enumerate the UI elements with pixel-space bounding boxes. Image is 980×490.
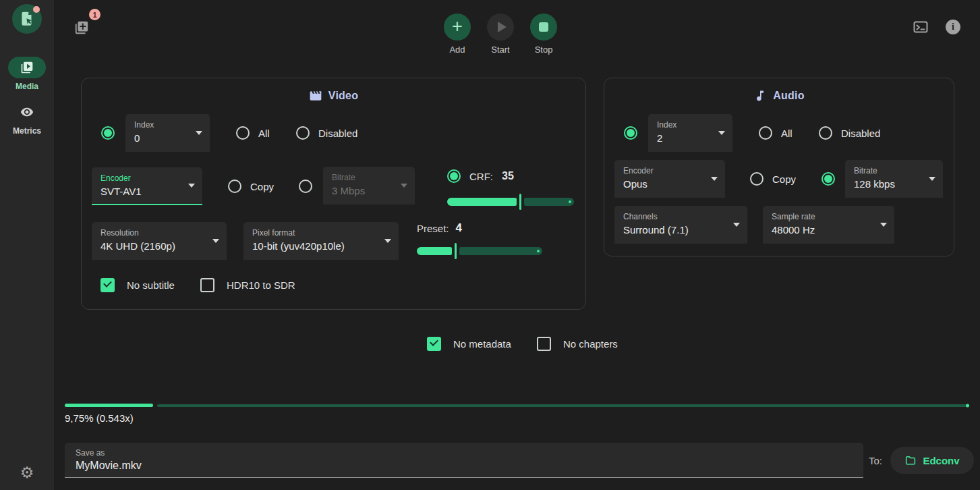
video-resolution-dropdown[interactable]: Resolution 4K UHD (2160p) — [92, 222, 227, 260]
radio-icon — [822, 172, 835, 186]
audio-sample-rate-dropdown[interactable]: Sample rate 48000 Hz — [763, 206, 894, 244]
add-button[interactable]: + Add — [436, 13, 479, 55]
crf-slider-track — [524, 198, 574, 206]
audio-bitrate-radio[interactable] — [822, 172, 835, 186]
radio-icon — [624, 126, 637, 140]
radio-icon — [228, 180, 241, 193]
movie-icon — [309, 89, 322, 103]
video-disabled-radio[interactable]: Disabled — [296, 126, 357, 140]
queue-files-button[interactable] — [74, 20, 89, 35]
save-as-value: MyMovie.mkv — [76, 460, 853, 472]
video-encoder-dropdown[interactable]: Encoder SVT-AV1 — [92, 167, 202, 205]
video-pixel-format-value: 10-bit (yuv420p10le) — [252, 239, 380, 253]
crf-slider-fill — [447, 198, 517, 206]
audio-index-value: 2 — [657, 131, 714, 145]
audio-index-label: Index — [657, 120, 714, 130]
video-crf-radio[interactable]: CRF: 35 — [447, 169, 514, 183]
audio-all-radio[interactable]: All — [759, 126, 792, 140]
chevron-down-icon — [188, 184, 195, 188]
no-subtitle-checkbox[interactable]: No subtitle — [100, 278, 175, 292]
video-copy-radio[interactable]: Copy — [228, 180, 274, 193]
audio-disabled-radio[interactable]: Disabled — [819, 126, 880, 140]
encode-progress-bar — [65, 404, 969, 407]
add-button-label: Add — [436, 45, 479, 55]
checkbox-icon — [100, 278, 115, 292]
stop-icon — [539, 22, 548, 32]
video-encoder-label: Encoder — [100, 173, 183, 183]
preset-slider-fill — [417, 247, 452, 255]
video-bitrate-radio[interactable] — [299, 180, 312, 193]
chevron-down-icon — [196, 131, 202, 135]
sidebar: Media Metrics ⚙ — [0, 0, 54, 490]
video-all-radio[interactable]: All — [236, 126, 270, 140]
chevron-down-icon — [711, 177, 718, 181]
audio-bitrate-value: 128 kbps — [854, 177, 924, 191]
video-library-icon — [20, 61, 34, 74]
checkbox-icon — [200, 278, 214, 292]
progress-status-text: 9,75% (0.543x) — [65, 412, 134, 424]
settings-button[interactable]: ⚙ — [0, 465, 54, 481]
sidebar-item-media-label: Media — [0, 82, 54, 91]
crf-slider-thumb[interactable] — [519, 194, 521, 210]
radio-icon — [750, 172, 763, 186]
no-metadata-checkbox[interactable]: No metadata — [427, 337, 511, 351]
radio-icon — [299, 180, 312, 193]
audio-sample-rate-label: Sample rate — [772, 212, 875, 221]
stop-button[interactable]: Stop — [522, 13, 565, 55]
to-label: To: — [869, 455, 882, 466]
video-pixel-format-label: Pixel format — [252, 228, 380, 238]
preset-slider-thumb[interactable] — [455, 243, 457, 259]
start-button[interactable]: Start — [479, 13, 522, 55]
video-bitrate-dropdown: Bitrate 3 Mbps — [323, 167, 415, 205]
progress-fill — [65, 404, 153, 407]
eye-icon — [20, 105, 34, 119]
video-resolution-value: 4K UHD (2160p) — [100, 239, 208, 253]
radio-icon — [819, 126, 832, 140]
save-as-label: Save as — [76, 448, 853, 458]
radio-icon — [759, 126, 772, 140]
preset-value: 4 — [456, 221, 462, 235]
video-pixel-format-dropdown[interactable]: Pixel format 10-bit (yuv420p10le) — [243, 222, 399, 260]
audio-index-dropdown[interactable]: Index 2 — [648, 114, 732, 152]
audio-index-radio[interactable] — [624, 126, 637, 140]
progress-track — [157, 404, 969, 407]
audio-channels-dropdown[interactable]: Channels Surround (7.1) — [614, 206, 747, 244]
sidebar-item-metrics[interactable]: Metrics — [0, 101, 54, 136]
video-settings-card: Video Index 0 All Disabled Encoder SVT-A… — [81, 78, 586, 310]
preset-slider-track — [459, 247, 542, 255]
video-index-dropdown[interactable]: Index 0 — [125, 114, 210, 152]
logs-terminal-button[interactable] — [912, 19, 929, 38]
preset-readout: Preset: 4 — [417, 221, 462, 235]
edconv-app: { "colors": { "accent": "#42e699", "acce… — [0, 0, 980, 490]
info-icon: i — [946, 20, 960, 34]
audio-copy-radio[interactable]: Copy — [750, 172, 796, 186]
video-card-title: Video — [328, 90, 358, 102]
gear-icon: ⚙ — [20, 464, 34, 481]
crf-slider[interactable] — [447, 194, 574, 210]
chevron-down-icon — [718, 131, 725, 135]
audio-encoder-dropdown[interactable]: Encoder Opus — [614, 160, 725, 198]
video-index-value: 0 — [134, 131, 191, 145]
metrics-pill — [8, 101, 46, 123]
plus-icon: + — [452, 18, 463, 36]
hdr10-to-sdr-checkbox[interactable]: HDR10 to SDR — [200, 278, 295, 292]
video-encoder-value: SVT-AV1 — [100, 184, 183, 198]
audio-card-title: Audio — [773, 90, 804, 102]
play-icon — [498, 22, 507, 32]
music-note-icon — [753, 89, 767, 103]
sidebar-item-media[interactable]: Media — [0, 57, 54, 91]
audio-card-header: Audio — [604, 89, 954, 103]
audio-channels-value: Surround (7.1) — [623, 223, 728, 237]
info-button[interactable]: i — [946, 20, 960, 34]
no-chapters-checkbox[interactable]: No chapters — [537, 337, 618, 351]
destination-folder-button[interactable]: Edconv — [890, 447, 974, 474]
radio-icon — [296, 126, 310, 140]
preset-slider[interactable] — [417, 243, 542, 259]
video-card-header: Video — [82, 89, 585, 103]
audio-bitrate-dropdown[interactable]: Bitrate 128 kbps — [845, 160, 943, 198]
video-index-radio[interactable] — [101, 126, 115, 140]
sidebar-item-metrics-label: Metrics — [0, 126, 54, 136]
save-as-input[interactable]: Save as MyMovie.mkv — [65, 443, 863, 478]
app-logo[interactable] — [12, 4, 42, 34]
chevron-down-icon — [929, 177, 935, 181]
